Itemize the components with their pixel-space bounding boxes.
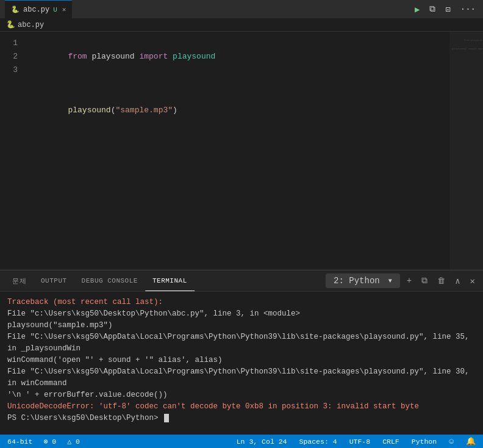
tab-debug-console[interactable]: DEBUG CONSOLE xyxy=(74,270,145,291)
position-label: Ln 3, Col 24 xyxy=(237,438,287,446)
terminal-line-6: File "C:\Users\ksg50\AppData\Local\Progr… xyxy=(7,366,476,389)
function-call: playsound xyxy=(68,106,110,115)
paren-close: ) xyxy=(173,106,177,115)
tab-close-button[interactable]: ✕ xyxy=(62,5,66,13)
tab-terminal[interactable]: TERMINAL xyxy=(145,270,195,291)
terminal-selector-dropdown[interactable]: 2: Python ▼ xyxy=(326,273,400,288)
encoding[interactable]: UTF-8 xyxy=(347,435,373,448)
string-arg: "sample.mp3" xyxy=(115,106,173,115)
status-bar-right: Ln 3, Col 24 Spaces: 4 UTF-8 CRLF Python… xyxy=(234,435,478,448)
layout-button[interactable]: ⊡ xyxy=(443,3,453,16)
errors-indicator[interactable]: ⊗ 0 xyxy=(41,435,59,448)
title-bar: 🐍 abc.py U ✕ ▶ ⧉ ⊡ ··· xyxy=(0,0,483,18)
title-bar-actions: ▶ ⧉ ⊡ ··· xyxy=(412,3,478,16)
bit-label: 64-bit xyxy=(7,438,32,446)
code-area[interactable]: from playsound import playsound playsoun… xyxy=(27,32,483,270)
terminal-line-2: File "c:\Users\ksg50\Desktop\Python\abc.… xyxy=(7,308,476,320)
line-numbers: 1 2 3 xyxy=(0,32,27,270)
terminal-line-3: playsound("sample.mp3") xyxy=(7,320,476,331)
status-bar: 64-bit ⊗ 0 △ 0 Ln 3, Col 24 Spaces: 4 UT… xyxy=(0,435,483,448)
tab-modified-badge: U xyxy=(53,6,57,13)
line-number-2: 2 xyxy=(0,50,18,63)
breadcrumb-filename: abc.py xyxy=(18,21,44,29)
language-label: Python xyxy=(412,438,437,446)
cursor-position[interactable]: Ln 3, Col 24 xyxy=(234,435,290,448)
terminal-prompt-line: PS C:\Users\ksg50\Desktop\Python> xyxy=(7,413,476,424)
line-ending[interactable]: CRLF xyxy=(380,435,402,448)
minimap: from playsound import playsound playsoun… xyxy=(449,32,483,270)
bell-icon: 🔔 xyxy=(466,436,476,446)
split-terminal-button[interactable]: ⧉ xyxy=(418,275,431,287)
terminal-line-1: Traceback (most recent call last): xyxy=(7,297,476,308)
dropdown-arrow: ▼ xyxy=(385,276,395,286)
code-line-2 xyxy=(30,77,483,90)
split-editor-button[interactable]: ⧉ xyxy=(427,3,438,15)
warnings-indicator[interactable]: △ 0 xyxy=(65,435,82,448)
encoding-label: UTF-8 xyxy=(349,438,371,446)
warnings-count: △ 0 xyxy=(67,437,80,446)
space xyxy=(168,52,173,61)
keyword-import: import xyxy=(139,52,168,61)
language-mode[interactable]: Python xyxy=(409,435,439,448)
breadcrumb: 🐍 abc.py xyxy=(0,18,483,32)
notification-bell[interactable]: 🔔 xyxy=(463,435,478,448)
indentation[interactable]: Spaces: 4 xyxy=(297,435,340,448)
bit-info[interactable]: 64-bit xyxy=(5,435,35,448)
line-number-3: 3 xyxy=(0,63,18,77)
code-line-1: from playsound import playsound xyxy=(30,37,483,77)
status-bar-left: 64-bit ⊗ 0 △ 0 xyxy=(5,435,82,448)
python-file-icon: 🐍 xyxy=(11,5,20,13)
terminal-line-5: winCommand('open "' + sound + '" alias',… xyxy=(7,355,476,366)
tab-problems[interactable]: 문제 xyxy=(5,270,34,291)
editor-area: 1 2 3 from playsound import playsound pl… xyxy=(0,32,483,270)
terminal-line-8: UnicodeDecodeError: 'utf-8' codec can't … xyxy=(7,401,476,413)
feedback-icon[interactable]: ☺ xyxy=(446,435,456,448)
imported-name: playsound xyxy=(173,52,215,61)
panel-tab-bar: 문제 OUTPUT DEBUG CONSOLE TERMINAL 2: Pyth… xyxy=(0,270,483,292)
maximize-panel-button[interactable]: ∧ xyxy=(452,275,463,287)
code-line-3: playsound("sample.mp3") xyxy=(30,90,483,131)
close-panel-button[interactable]: ✕ xyxy=(467,275,478,287)
kill-terminal-button[interactable]: 🗑 xyxy=(434,275,448,287)
line-ending-label: CRLF xyxy=(382,438,399,446)
more-actions-button[interactable]: ··· xyxy=(458,3,478,15)
errors-count: ⊗ 0 xyxy=(43,437,56,446)
terminal-selector-label: 2: Python xyxy=(331,275,383,287)
module-name: playsound xyxy=(87,52,140,61)
terminal-content[interactable]: Traceback (most recent call last): File … xyxy=(0,292,483,435)
panel-tab-actions: 2: Python ▼ + ⧉ 🗑 ∧ ✕ xyxy=(326,273,478,288)
spaces-label: Spaces: 4 xyxy=(299,438,337,446)
panel: 문제 OUTPUT DEBUG CONSOLE TERMINAL 2: Pyth… xyxy=(0,270,483,435)
tab-output[interactable]: OUTPUT xyxy=(34,270,74,291)
terminal-line-4: File "C:\Users\ksg50\AppData\Local\Progr… xyxy=(7,331,476,355)
terminal-cursor xyxy=(164,414,169,422)
keyword-from: from xyxy=(68,52,87,61)
line-number-1: 1 xyxy=(0,37,18,50)
tab-filename: abc.py xyxy=(23,5,49,14)
terminal-line-7: '\n ' + errorBuffer.value.decode()) xyxy=(7,389,476,401)
feedback-glyph: ☺ xyxy=(449,437,454,446)
editor-tab[interactable]: 🐍 abc.py U ✕ xyxy=(5,0,72,18)
editor-content: 1 2 3 from playsound import playsound pl… xyxy=(0,32,483,270)
run-button[interactable]: ▶ xyxy=(412,3,422,16)
add-terminal-button[interactable]: + xyxy=(404,275,415,287)
breadcrumb-file-icon: 🐍 xyxy=(6,20,15,29)
